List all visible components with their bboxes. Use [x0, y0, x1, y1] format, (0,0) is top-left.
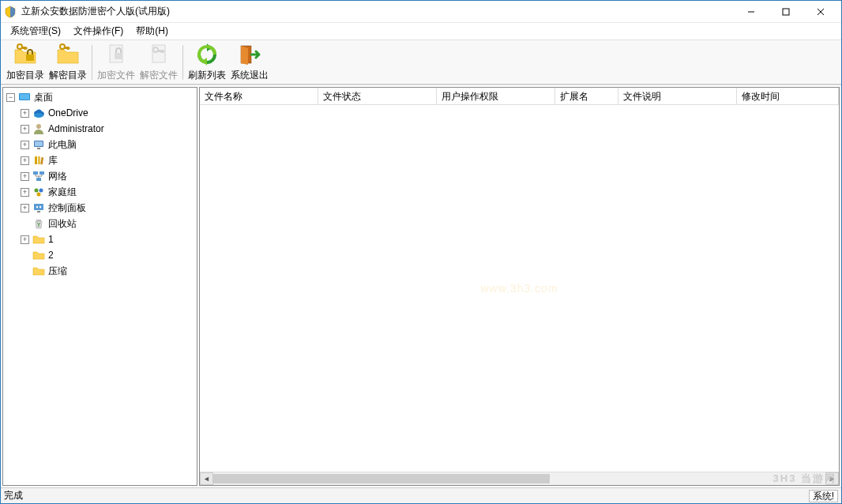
tree-label: 网络 — [48, 170, 67, 183]
col-filename[interactable]: 文件名称 — [200, 88, 318, 104]
svg-rect-22 — [33, 171, 38, 175]
user-icon — [32, 122, 45, 135]
system-exit-button[interactable]: 系统退出 — [229, 42, 270, 83]
tree-node[interactable]: +2 — [3, 247, 197, 263]
svg-point-26 — [39, 189, 43, 193]
tree-label: Administrator — [48, 123, 104, 134]
svg-point-15 — [36, 124, 41, 129]
svg-rect-21 — [40, 157, 43, 164]
tree-label: 库 — [48, 154, 58, 167]
svg-rect-1 — [783, 9, 789, 15]
tree-node-desktop[interactable]: − 桌面 — [3, 89, 197, 105]
decrypt-dir-button[interactable]: 解密目录 — [47, 42, 88, 83]
refresh-icon — [194, 42, 220, 67]
svg-point-30 — [39, 206, 41, 208]
collapse-icon[interactable]: − — [6, 93, 15, 102]
col-mtime[interactable]: 修改时间 — [737, 88, 839, 104]
scroll-thumb[interactable] — [213, 474, 550, 483]
tree-node[interactable]: +回收站 — [3, 216, 197, 231]
watermark-text: www.3h3.com — [480, 282, 558, 295]
folder-icon — [32, 265, 45, 277]
col-ext[interactable]: 扩展名 — [555, 88, 618, 104]
expand-icon[interactable]: + — [21, 172, 29, 181]
svg-rect-32 — [36, 220, 41, 221]
expand-icon[interactable]: + — [21, 109, 29, 118]
tree-node[interactable]: +压缩 — [3, 263, 197, 279]
menu-file-ops[interactable]: 文件操作(F) — [67, 23, 130, 39]
refresh-list-button[interactable]: 刷新列表 — [186, 42, 227, 83]
tree-label: 控制面板 — [48, 201, 86, 215]
tree-node[interactable]: +库 — [3, 152, 197, 168]
tree-node[interactable]: +此电脑 — [3, 137, 197, 152]
tree-node[interactable]: +1 — [3, 231, 197, 247]
encrypt-file-icon — [103, 42, 129, 67]
close-button[interactable] — [803, 1, 838, 23]
svg-rect-28 — [34, 204, 43, 210]
horizontal-scrollbar[interactable]: ◄ ► — [200, 472, 839, 485]
col-desc[interactable]: 文件说明 — [618, 88, 737, 104]
tree-label: 此电脑 — [48, 138, 77, 152]
svg-rect-4 — [26, 55, 34, 61]
tree-label: 2 — [48, 250, 54, 261]
tree-label: 桌面 — [34, 91, 53, 104]
expand-icon[interactable]: + — [21, 235, 29, 244]
tree-label: 回收站 — [48, 217, 77, 231]
toolbar-label: 解密目录 — [49, 69, 87, 82]
svg-rect-18 — [37, 148, 40, 149]
encrypt-dir-button[interactable]: 加密目录 — [5, 42, 46, 83]
svg-rect-17 — [35, 141, 43, 146]
maximize-button[interactable] — [769, 1, 803, 23]
svg-rect-19 — [35, 156, 37, 164]
menu-help[interactable]: 帮助(H) — [130, 23, 175, 39]
toolbar-label: 系统退出 — [231, 69, 269, 82]
list-body[interactable]: www.3h3.com — [200, 105, 839, 472]
toolbar-label: 加密文件 — [97, 69, 135, 82]
col-userperm[interactable]: 用户操作权限 — [437, 88, 555, 104]
onedrive-icon — [32, 107, 45, 119]
svg-rect-8 — [115, 53, 122, 59]
scroll-left-arrow[interactable]: ◄ — [200, 472, 213, 485]
folder-icon — [32, 249, 45, 261]
decrypt-file-button: 解密文件 — [138, 42, 179, 83]
scroll-track[interactable] — [213, 472, 825, 485]
control-icon — [32, 201, 45, 214]
minimize-button[interactable] — [734, 1, 769, 23]
toolbar: 加密目录 解密目录 加密文件 解密文件 刷新列表 系统退出 — [1, 40, 841, 85]
expand-icon[interactable]: + — [21, 125, 29, 134]
toolbar-label: 刷新列表 — [188, 69, 226, 82]
folder-tree-panel[interactable]: − 桌面 +OneDrive+Administrator+此电脑+库+网络+家庭… — [2, 87, 197, 486]
menubar: 系统管理(S) 文件操作(F) 帮助(H) — [1, 23, 841, 40]
toolbar-label: 解密文件 — [140, 69, 178, 82]
encrypt-dir-icon — [13, 42, 38, 67]
menu-system[interactable]: 系统管理(S) — [4, 23, 67, 39]
svg-rect-24 — [36, 178, 41, 181]
scroll-right-arrow[interactable]: ► — [825, 472, 839, 485]
tree-label: 家庭组 — [48, 186, 77, 199]
tree-label: 压缩 — [48, 265, 67, 278]
homegroup-icon — [32, 186, 45, 198]
expand-icon[interactable]: + — [21, 141, 29, 149]
expand-icon[interactable]: + — [21, 204, 29, 213]
tree-node[interactable]: +家庭组 — [3, 184, 197, 200]
titlebar[interactable]: 立新众安数据防泄密个人版(试用版) — [1, 1, 841, 23]
svg-point-14 — [34, 113, 43, 118]
tree-node[interactable]: +OneDrive — [3, 105, 197, 121]
decrypt-dir-icon — [55, 42, 81, 67]
window-controls — [734, 1, 838, 23]
svg-rect-31 — [37, 211, 40, 213]
expand-icon[interactable]: + — [21, 156, 29, 165]
tree-node[interactable]: +控制面板 — [3, 200, 197, 216]
window-title: 立新众安数据防泄密个人版(试用版) — [21, 5, 734, 18]
svg-point-25 — [35, 189, 39, 193]
folder-icon — [32, 233, 45, 246]
status-text: 完成 — [4, 489, 809, 502]
statusbar: 完成 系统! — [1, 487, 841, 503]
toolbar-separator — [182, 45, 183, 80]
desktop-icon — [18, 91, 31, 103]
svg-rect-23 — [39, 171, 44, 175]
expand-icon[interactable]: + — [21, 188, 29, 197]
tree-node[interactable]: +Administrator — [3, 121, 197, 137]
col-filestatus[interactable]: 文件状态 — [318, 88, 437, 104]
tree-node[interactable]: +网络 — [3, 168, 197, 184]
svg-point-27 — [37, 193, 41, 197]
